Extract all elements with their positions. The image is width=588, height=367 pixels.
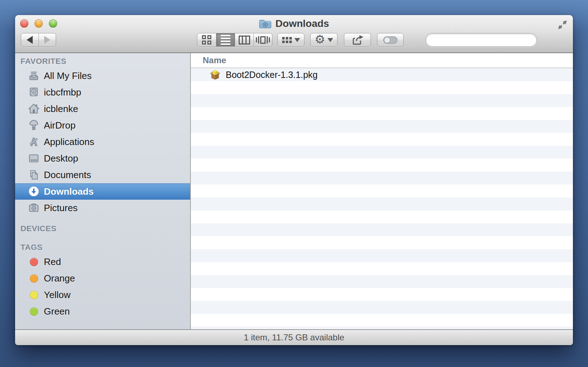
sidebar-item-label: Documents (44, 169, 91, 181)
sidebar-item-label: icbcfmbp (44, 87, 81, 98)
column-header-name[interactable]: Name (203, 55, 226, 65)
sidebar-item-label: icblenke (44, 103, 78, 115)
sidebar-item-label: Pictures (44, 203, 78, 214)
gear-icon: ⚙ (314, 33, 325, 45)
arrange-button[interactable] (277, 33, 304, 47)
sidebar-item-label: Orange (44, 273, 75, 284)
view-mode-control (197, 33, 272, 47)
sidebar-item-tag-green[interactable]: Green (15, 303, 190, 320)
icon-view-icon (202, 35, 211, 45)
documents-icon (28, 169, 40, 181)
icon-view-button[interactable] (197, 33, 216, 46)
search-field (426, 33, 537, 47)
sidebar-section-favorites: FAVORITES (15, 55, 190, 68)
downloads-folder-icon (259, 18, 272, 29)
sidebar-item-label: Red (44, 256, 61, 268)
airdrop-icon (28, 120, 40, 131)
red-tag-icon (30, 258, 38, 266)
share-icon (352, 34, 364, 46)
chevron-down-icon (327, 38, 333, 42)
sidebar-item-label: Downloads (44, 186, 94, 197)
toolbar: ⚙ (15, 33, 573, 47)
cover-flow-view-button[interactable] (253, 33, 272, 46)
sidebar-item-documents[interactable]: Documents (15, 167, 190, 183)
sidebar-item-label: AirDrop (44, 120, 75, 131)
table-row[interactable]: Boot2Docker-1.3.1.pkg (191, 68, 573, 81)
hard-drive-icon (28, 87, 40, 98)
package-icon (210, 69, 221, 80)
sidebar-item-downloads[interactable]: Downloads (15, 183, 190, 200)
back-button[interactable] (21, 33, 38, 46)
sidebar-item-pictures[interactable]: Pictures (15, 200, 190, 216)
list-view-icon (221, 35, 230, 45)
window-title: Downloads (275, 18, 329, 29)
yellow-tag-icon (30, 291, 38, 299)
sidebar-section-tags: TAGS (15, 241, 190, 254)
sidebar-item-applications[interactable]: Applications (15, 134, 190, 150)
tag-icon (382, 34, 399, 46)
desktop-icon (28, 153, 40, 164)
sidebar-item-label: Yellow (44, 289, 70, 301)
sidebar-item-icbcfmbp[interactable]: icbcfmbp (15, 84, 190, 101)
applications-icon (28, 136, 40, 148)
cover-flow-icon (256, 36, 270, 44)
list-view-button[interactable] (216, 33, 235, 46)
titlebar: Downloads (15, 15, 573, 32)
file-name: Boot2Docker-1.3.1.pkg (226, 70, 318, 80)
action-button[interactable]: ⚙ (310, 33, 337, 47)
finder-window: Downloads (15, 15, 573, 345)
downloads-icon (28, 186, 40, 197)
status-text: 1 item, 11.75 GB available (244, 333, 344, 343)
green-tag-icon (30, 307, 38, 316)
nav-buttons (21, 33, 56, 47)
back-icon (27, 36, 33, 44)
orange-tag-icon (30, 274, 38, 283)
sidebar-item-tag-red[interactable]: Red (15, 254, 190, 270)
forward-button[interactable] (38, 33, 56, 46)
share-button[interactable] (344, 33, 371, 47)
column-view-button[interactable] (235, 33, 253, 46)
sidebar-item-label: Applications (44, 136, 94, 148)
chevron-down-icon (294, 38, 300, 42)
search-input[interactable] (433, 35, 545, 45)
pictures-icon (28, 202, 40, 214)
home-icon (28, 103, 40, 115)
tags-button[interactable] (377, 33, 404, 47)
sidebar-item-label: All My Files (44, 70, 92, 82)
main-area: FAVORITES All My Files (15, 53, 573, 329)
forward-icon (44, 36, 50, 44)
list-header: Name (191, 53, 573, 68)
sidebar: FAVORITES All My Files (15, 53, 191, 329)
sidebar-item-label: Green (44, 306, 70, 317)
sidebar-item-desktop[interactable]: Desktop (15, 150, 190, 167)
sidebar-item-airdrop[interactable]: AirDrop (15, 117, 190, 134)
sidebar-section-devices: DEVICES (15, 223, 190, 235)
status-bar: 1 item, 11.75 GB available (15, 329, 573, 345)
fullscreen-icon[interactable] (557, 20, 568, 30)
sidebar-item-all-my-files[interactable]: All My Files (15, 68, 190, 84)
window-header: Downloads (15, 15, 573, 53)
arrange-icon (282, 37, 292, 43)
column-view-icon (239, 36, 250, 45)
all-my-files-icon (28, 70, 40, 82)
file-list: Name Boot2Dock (191, 53, 573, 329)
file-rows: Boot2Docker-1.3.1.pkg (191, 68, 573, 329)
sidebar-item-label: Desktop (44, 153, 78, 164)
sidebar-item-tag-orange[interactable]: Orange (15, 270, 190, 287)
sidebar-item-icblenke[interactable]: icblenke (15, 101, 190, 117)
sidebar-item-tag-yellow[interactable]: Yellow (15, 287, 190, 303)
